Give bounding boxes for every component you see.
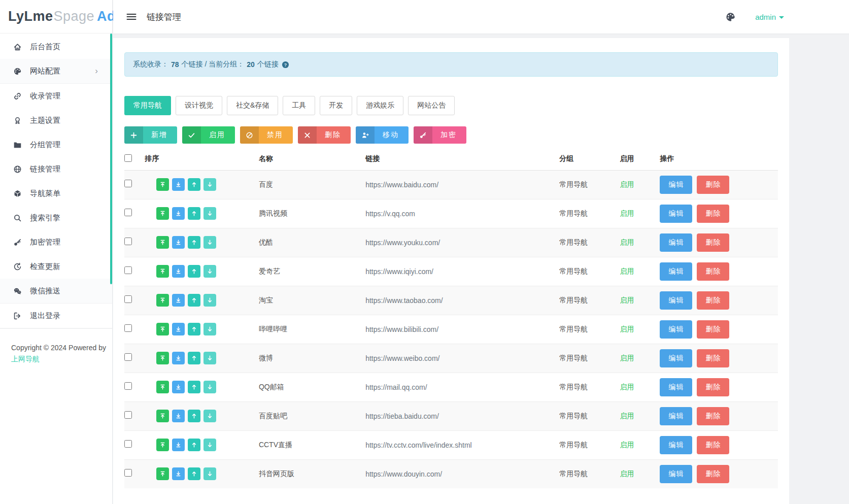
arrow-down-button[interactable] <box>203 294 216 307</box>
sidebar-item-11[interactable]: 微信推送 <box>0 279 112 303</box>
arrow-bar-down-button[interactable] <box>172 236 185 249</box>
arrow-bar-down-button[interactable] <box>172 323 185 335</box>
row-checkbox[interactable] <box>124 324 132 332</box>
row-checkbox[interactable] <box>124 411 132 419</box>
arrow-up-button[interactable] <box>188 410 200 422</box>
row-checkbox[interactable] <box>124 180 132 187</box>
sidebar-item-4[interactable]: 主题设置 <box>0 108 112 132</box>
row-checkbox[interactable] <box>124 295 132 303</box>
edit-button[interactable]: 编辑 <box>660 262 692 281</box>
user-dropdown[interactable]: admin <box>755 13 784 21</box>
toolbar-button-5[interactable]: 移动 <box>356 126 409 144</box>
tab-5[interactable]: 开发 <box>320 96 352 115</box>
sidebar-item-2[interactable]: 网站配置› <box>0 59 112 83</box>
arrow-bar-up-button[interactable] <box>156 467 169 480</box>
arrow-bar-down-button[interactable] <box>172 352 185 364</box>
arrow-bar-down-button[interactable] <box>172 439 185 451</box>
tab-2[interactable]: 设计视觉 <box>176 96 222 115</box>
arrow-up-button[interactable] <box>188 207 200 220</box>
row-checkbox[interactable] <box>124 469 132 477</box>
arrow-bar-up-button[interactable] <box>156 381 169 393</box>
edit-button[interactable]: 编辑 <box>660 465 692 483</box>
arrow-bar-up-button[interactable] <box>156 294 169 307</box>
arrow-bar-down-button[interactable] <box>172 265 185 278</box>
arrow-bar-down-button[interactable] <box>172 294 185 307</box>
sidebar-item-10[interactable]: 检查更新 <box>0 254 112 279</box>
arrow-bar-down-button[interactable] <box>172 381 185 393</box>
arrow-up-button[interactable] <box>188 178 200 191</box>
arrow-bar-down-button[interactable] <box>172 207 185 220</box>
tab-6[interactable]: 游戏娱乐 <box>357 96 403 115</box>
edit-button[interactable]: 编辑 <box>660 378 692 396</box>
row-checkbox[interactable] <box>124 440 132 448</box>
arrow-bar-up-button[interactable] <box>156 439 169 451</box>
arrow-bar-up-button[interactable] <box>156 236 169 249</box>
edit-button[interactable]: 编辑 <box>660 349 692 367</box>
edit-button[interactable]: 编辑 <box>660 407 692 425</box>
tab-7[interactable]: 网站公告 <box>408 96 455 115</box>
arrow-bar-down-button[interactable] <box>172 178 185 191</box>
arrow-down-button[interactable] <box>203 381 216 393</box>
toolbar-button-3[interactable]: 禁用 <box>240 126 293 144</box>
arrow-up-button[interactable] <box>188 439 200 451</box>
arrow-down-button[interactable] <box>203 178 216 191</box>
toolbar-button-4[interactable]: 删除 <box>298 126 351 144</box>
select-all-checkbox[interactable] <box>124 154 132 162</box>
toolbar-button-1[interactable]: 新增 <box>124 126 177 144</box>
arrow-bar-up-button[interactable] <box>156 410 169 422</box>
copyright-link[interactable]: 上网导航 <box>11 355 40 363</box>
sidebar-item-1[interactable]: 后台首页 <box>0 35 112 59</box>
arrow-bar-up-button[interactable] <box>156 323 169 335</box>
tab-3[interactable]: 社交&存储 <box>227 96 278 115</box>
row-checkbox[interactable] <box>124 209 132 216</box>
toolbar-button-6[interactable]: 加密 <box>414 126 466 144</box>
delete-button[interactable]: 删除 <box>697 378 729 396</box>
delete-button[interactable]: 删除 <box>697 349 729 367</box>
arrow-down-button[interactable] <box>203 439 216 451</box>
edit-button[interactable]: 编辑 <box>660 176 692 194</box>
delete-button[interactable]: 删除 <box>697 176 729 194</box>
delete-button[interactable]: 删除 <box>697 233 729 252</box>
help-icon[interactable]: ? <box>282 61 289 69</box>
edit-button[interactable]: 编辑 <box>660 291 692 310</box>
delete-button[interactable]: 删除 <box>697 407 729 425</box>
sidebar-item-6[interactable]: 链接管理 <box>0 157 112 181</box>
arrow-up-button[interactable] <box>188 265 200 278</box>
tab-4[interactable]: 工具 <box>283 96 315 115</box>
sidebar-item-7[interactable]: 导航菜单 <box>0 181 112 206</box>
delete-button[interactable]: 删除 <box>697 436 729 454</box>
arrow-up-button[interactable] <box>188 352 200 364</box>
edit-button[interactable]: 编辑 <box>660 436 692 454</box>
row-checkbox[interactable] <box>124 266 132 274</box>
arrow-bar-down-button[interactable] <box>172 467 185 480</box>
arrow-down-button[interactable] <box>203 323 216 335</box>
sidebar-item-8[interactable]: 搜索引擎 <box>0 206 112 230</box>
arrow-bar-up-button[interactable] <box>156 265 169 278</box>
toolbar-button-2[interactable]: 启用 <box>182 126 235 144</box>
tab-1[interactable]: 常用导航 <box>124 96 171 115</box>
theme-palette-icon[interactable] <box>725 12 736 22</box>
row-checkbox[interactable] <box>124 353 132 361</box>
delete-button[interactable]: 删除 <box>697 205 729 223</box>
sidebar-item-9[interactable]: 加密管理 <box>0 230 112 254</box>
delete-button[interactable]: 删除 <box>697 262 729 281</box>
arrow-down-button[interactable] <box>203 207 216 220</box>
edit-button[interactable]: 编辑 <box>660 233 692 252</box>
delete-button[interactable]: 删除 <box>697 320 729 339</box>
arrow-down-button[interactable] <box>203 352 216 364</box>
arrow-up-button[interactable] <box>188 236 200 249</box>
arrow-down-button[interactable] <box>203 265 216 278</box>
arrow-up-button[interactable] <box>188 323 200 335</box>
sidebar-item-12[interactable]: 退出登录 <box>0 304 112 328</box>
arrow-up-button[interactable] <box>188 294 200 307</box>
arrow-down-button[interactable] <box>203 410 216 422</box>
arrow-bar-up-button[interactable] <box>156 178 169 191</box>
sidebar-scrollbar[interactable] <box>110 33 112 284</box>
arrow-down-button[interactable] <box>203 236 216 249</box>
edit-button[interactable]: 编辑 <box>660 205 692 223</box>
sidebar-item-3[interactable]: 收录管理 <box>0 84 112 108</box>
arrow-bar-down-button[interactable] <box>172 410 185 422</box>
arrow-bar-up-button[interactable] <box>156 207 169 220</box>
arrow-down-button[interactable] <box>203 467 216 480</box>
delete-button[interactable]: 删除 <box>697 465 729 483</box>
